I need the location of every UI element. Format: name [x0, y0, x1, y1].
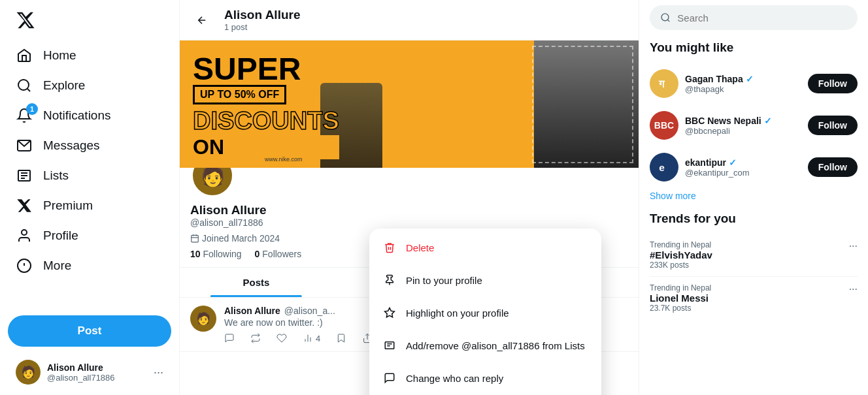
suggestion-handle: @ekantipur_com: [685, 168, 801, 178]
suggestion-name: ekantipur ✓: [685, 157, 801, 168]
sidebar-item-home[interactable]: Home: [8, 40, 171, 71]
svg-point-7: [22, 230, 27, 235]
sidebar-item-more[interactable]: More: [8, 251, 171, 281]
follow-button-bbc[interactable]: Follow: [808, 116, 858, 135]
suggestion-avatar: BBC: [650, 111, 678, 140]
main-content: Alison Allure 1 post SUPER UP TO 50% OFF…: [180, 0, 639, 395]
sidebar-item-notifications[interactable]: 1 Notifications: [8, 101, 171, 131]
profile-username: @alison_all71886: [190, 217, 628, 228]
verified-badge: ✓: [764, 116, 772, 126]
profile-handle: @alison_all71886: [47, 373, 147, 383]
follow-button-ekantipur[interactable]: Follow: [808, 157, 858, 177]
banner-discounts: DISCOUNTS: [193, 107, 339, 135]
verified-badge: ✓: [729, 157, 737, 168]
banner-discount: UP TO 50% OFF: [200, 89, 279, 100]
post-button[interactable]: Post: [8, 315, 171, 347]
delete-icon: [382, 240, 397, 255]
menu-item-change-reply[interactable]: Change who can reply: [369, 362, 601, 394]
sidebar-profile[interactable]: 🧑 Alison Allure @alison_all71886 ···: [8, 355, 171, 390]
avatar: 🧑: [16, 360, 41, 385]
change-reply-icon: [382, 371, 397, 385]
profile-header-bar: Alison Allure 1 post: [180, 0, 639, 40]
highlight-icon: [382, 306, 397, 320]
post-handle: @alison_a...: [284, 306, 335, 316]
left-sidebar: Home Explore 1 Notifications Messages: [0, 0, 180, 395]
post-username: Alison Allure: [224, 306, 280, 316]
context-menu: Delete Pin to your profile Highlight on …: [369, 229, 601, 395]
sidebar-item-premium[interactable]: Premium: [8, 191, 171, 221]
sidebar-item-label: Profile: [43, 229, 78, 243]
suggestion-item-ekantipur: e ekantipur ✓ @ekantipur_com Follow: [650, 146, 858, 188]
sidebar-item-label: Lists: [43, 168, 69, 183]
like-action[interactable]: [276, 333, 287, 343]
sidebar-item-profile[interactable]: Profile: [8, 221, 171, 251]
notification-badge: 1: [26, 103, 38, 115]
header-subtitle: 1 post: [224, 22, 300, 32]
trend-tag[interactable]: #ElvishYadav: [650, 249, 858, 261]
profile-banner: SUPER UP TO 50% OFF DISCOUNTS ON www.nik…: [180, 40, 639, 168]
reply-action[interactable]: [224, 333, 235, 343]
sidebar-item-messages[interactable]: Messages: [8, 131, 171, 161]
sidebar-item-label: Home: [43, 48, 76, 63]
menu-item-label: Pin to your profile: [406, 275, 482, 286]
sidebar-item-label: Messages: [43, 138, 100, 153]
menu-item-delete[interactable]: Delete: [369, 231, 601, 264]
trend-tag[interactable]: Lionel Messi: [650, 292, 858, 304]
suggestion-name: Gagan Thapa ✓: [685, 74, 801, 84]
sidebar-item-label: Explore: [43, 78, 85, 93]
premium-icon: [16, 197, 33, 214]
svg-text:e: e: [659, 162, 665, 173]
main-nav: Home Explore 1 Notifications Messages: [8, 40, 171, 310]
back-button[interactable]: [190, 8, 214, 32]
tab-posts[interactable]: Posts: [180, 268, 333, 297]
lists-icon: [16, 167, 33, 184]
logo[interactable]: [8, 5, 171, 38]
menu-item-highlight[interactable]: Highlight on your profile: [369, 296, 601, 329]
menu-item-pin[interactable]: Pin to your profile: [369, 264, 601, 296]
header-title: Alison Allure: [224, 8, 300, 22]
svg-point-31: [661, 14, 669, 21]
menu-item-label: Delete: [406, 242, 434, 253]
sidebar-item-lists[interactable]: Lists: [8, 161, 171, 191]
svg-line-1: [27, 89, 30, 91]
svg-text:ग: ग: [658, 78, 665, 89]
profile-more-dots[interactable]: ···: [154, 366, 163, 379]
you-might-like-title: You might like: [650, 40, 858, 55]
profile-icon: [16, 227, 33, 244]
suggestion-item-gagan: ग Gagan Thapa ✓ @thapagk Follow: [650, 63, 858, 104]
search-input[interactable]: [677, 12, 847, 24]
suggestion-handle: @thapagk: [685, 84, 801, 94]
home-icon: [16, 47, 33, 64]
analytics-action[interactable]: 4: [303, 333, 320, 343]
trend-item-messi: Trending in Nepal Lionel Messi 23.7K pos…: [650, 277, 858, 319]
list-add-icon: [382, 338, 397, 353]
post-avatar: 🧑: [190, 306, 216, 332]
profile-info: Alison Allure @alison_all71886: [47, 362, 147, 383]
show-more-link[interactable]: Show more: [650, 191, 858, 201]
search-bar[interactable]: [650, 5, 858, 30]
header-info: Alison Allure 1 post: [224, 8, 300, 32]
menu-item-add-lists[interactable]: Add/remove @alison_all71886 from Lists: [369, 329, 601, 362]
follow-button-gagan[interactable]: Follow: [808, 74, 858, 93]
trend-more-dots[interactable]: ···: [849, 240, 858, 252]
menu-item-label: Highlight on your profile: [406, 308, 509, 319]
search-icon: [16, 77, 33, 94]
svg-marker-21: [385, 308, 395, 317]
profile-display-name: Alison Allure: [190, 203, 628, 217]
retweet-action[interactable]: [250, 333, 261, 343]
verified-badge: ✓: [746, 74, 754, 84]
right-sidebar: You might like ग Gagan Thapa ✓ @thapagk …: [639, 0, 868, 395]
mail-icon: [16, 137, 33, 154]
menu-item-label: Change who can reply: [406, 373, 503, 384]
trend-item-elvish: Trending in Nepal #ElvishYadav 233K post…: [650, 234, 858, 277]
trends-title: Trends for you: [650, 212, 858, 226]
profile-name: Alison Allure: [47, 362, 147, 373]
svg-point-0: [18, 80, 29, 90]
trend-more-dots[interactable]: ···: [849, 283, 858, 295]
sidebar-item-explore[interactable]: Explore: [8, 71, 171, 101]
suggestion-avatar: ग: [650, 69, 678, 98]
banner-website: www.nike.com: [265, 156, 303, 163]
svg-rect-12: [192, 235, 199, 242]
pin-icon: [382, 273, 397, 287]
bookmark-action[interactable]: [336, 333, 346, 343]
